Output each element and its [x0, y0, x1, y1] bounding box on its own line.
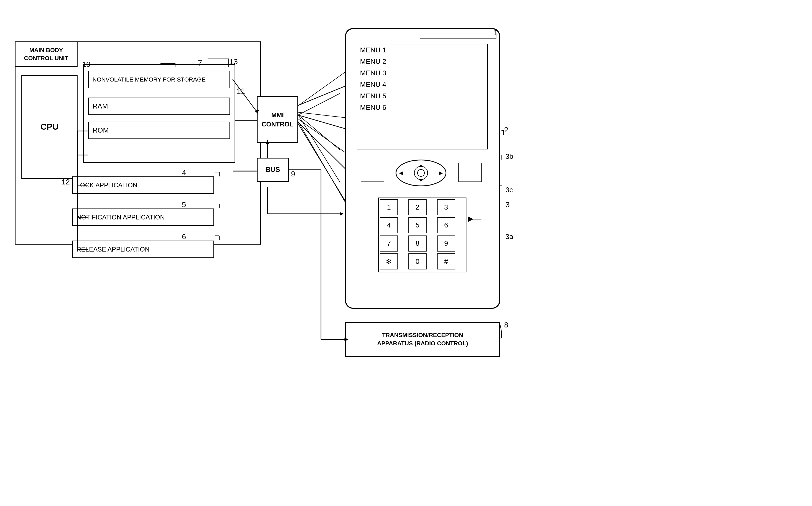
key-1[interactable]: 1: [380, 199, 398, 215]
ref-1: 1: [494, 28, 498, 37]
key-3[interactable]: 3: [437, 199, 455, 215]
phone-screen: MENU 1 MENU 2 MENU 3 MENU 4 MENU 5 MENU …: [357, 44, 488, 149]
menu1: MENU 1: [357, 45, 487, 56]
svg-line-48: [500, 325, 502, 331]
ref-2: 2: [504, 125, 508, 134]
ref-3b: 3b: [506, 152, 513, 161]
ref-13: 13: [229, 58, 238, 66]
mmi-control-box: MMI CONTROL: [257, 96, 298, 143]
key-0[interactable]: 0: [409, 253, 427, 269]
ref-3: 3: [506, 200, 510, 209]
left-soft-button[interactable]: [361, 163, 384, 182]
svg-line-27: [298, 121, 345, 202]
keypad-grid: 1 2 3 4 5 6 7 8 9 ✻ 0 #: [378, 197, 466, 272]
svg-line-9: [298, 115, 353, 131]
menu5: MENU 5: [357, 90, 487, 102]
menu3: MENU 3: [357, 67, 487, 79]
key-star[interactable]: ✻: [380, 253, 398, 269]
lock-application-box: LOCK APPLICATION: [72, 176, 214, 194]
ref-5: 5: [182, 200, 186, 209]
svg-marker-15: [340, 212, 344, 216]
phone-divider: [357, 155, 488, 155]
menu4: MENU 4: [357, 79, 487, 90]
menu2: MENU 2: [357, 56, 487, 67]
key-6[interactable]: 6: [437, 217, 455, 233]
svg-line-4: [298, 94, 340, 115]
cpu-box: CPU: [21, 75, 78, 179]
mmi-control-label: MMI CONTROL: [262, 111, 293, 129]
menu6: MENU 6: [357, 102, 487, 113]
ref-3c: 3c: [506, 186, 513, 194]
svg-line-7: [298, 115, 340, 182]
svg-line-25: [298, 112, 345, 117]
rom-box: ROM: [88, 121, 230, 139]
svg-line-8: [298, 83, 353, 105]
key-9[interactable]: 9: [437, 236, 455, 252]
notification-application-box: NOTIFICATION APPLICATION: [72, 208, 214, 226]
ref-10: 10: [82, 60, 90, 69]
right-soft-button[interactable]: [458, 163, 482, 182]
phone-device: MENU 1 MENU 2 MENU 3 MENU 4 MENU 5 MENU …: [345, 28, 500, 309]
svg-line-11: [298, 123, 353, 214]
ref-6: 6: [182, 233, 186, 241]
key-7[interactable]: 7: [380, 236, 398, 252]
nav-oval[interactable]: ▲ ▼ ◀ ▶: [395, 160, 446, 186]
ref-8: 8: [504, 321, 508, 329]
key-8[interactable]: 8: [409, 236, 427, 252]
bus-box: BUS: [257, 158, 289, 182]
ref-11: 11: [237, 87, 245, 95]
ref-9: 9: [291, 170, 295, 178]
ref-12: 12: [62, 178, 70, 186]
svg-line-26: [298, 119, 345, 152]
nonvolatile-memory-box: NONVOLATILE MEMORY FOR STORAGE: [88, 71, 230, 88]
key-2[interactable]: 2: [409, 199, 427, 215]
key-5[interactable]: 5: [409, 217, 427, 233]
svg-line-10: [298, 121, 353, 176]
key-hash[interactable]: #: [437, 253, 455, 269]
ram-box: RAM: [88, 98, 230, 115]
ref-7: 7: [198, 59, 202, 67]
diagram: MAIN BODY CONTROL UNIT CPU NONVOLATILE M…: [0, 0, 812, 506]
ref-4: 4: [182, 168, 186, 177]
transmission-label: TRANSMISSION/RECEPTION APPARATUS (RADIO …: [377, 331, 468, 348]
transmission-box: TRANSMISSION/RECEPTION APPARATUS (RADIO …: [345, 322, 500, 357]
svg-line-24: [298, 72, 345, 105]
release-application-box: RELEASE APPLICATION: [72, 241, 214, 258]
key-4[interactable]: 4: [380, 217, 398, 233]
ref-3a: 3a: [506, 233, 513, 241]
svg-line-6: [298, 115, 340, 150]
